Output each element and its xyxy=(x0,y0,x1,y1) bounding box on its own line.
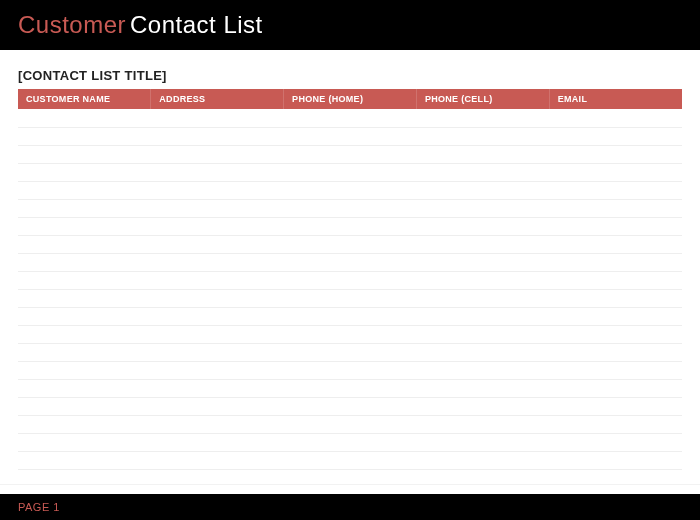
cell-address xyxy=(151,361,284,379)
title-accent: Customer xyxy=(18,11,126,38)
table-header-row: CUSTOMER NAME ADDRESS PHONE (HOME) PHONE… xyxy=(18,89,682,109)
cell-phone_home xyxy=(284,307,417,325)
cell-email xyxy=(549,145,682,163)
cell-phone_cell xyxy=(416,451,549,469)
cell-phone_home xyxy=(284,325,417,343)
table-row xyxy=(18,199,682,217)
cell-name xyxy=(18,253,151,271)
cell-address xyxy=(151,235,284,253)
cell-address xyxy=(151,307,284,325)
cell-phone_home xyxy=(284,397,417,415)
header-bar: CustomerContact List xyxy=(0,0,700,50)
cell-name xyxy=(18,397,151,415)
table-row xyxy=(18,127,682,145)
cell-name xyxy=(18,127,151,145)
cell-email xyxy=(549,217,682,235)
cell-address xyxy=(151,433,284,451)
cell-phone_home xyxy=(284,127,417,145)
cell-address xyxy=(151,379,284,397)
cell-email xyxy=(549,433,682,451)
table-row xyxy=(18,181,682,199)
cell-email xyxy=(549,361,682,379)
table-row xyxy=(18,451,682,469)
table-row xyxy=(18,145,682,163)
cell-name xyxy=(18,109,151,127)
cell-phone_home xyxy=(284,379,417,397)
col-customer-name: CUSTOMER NAME xyxy=(18,89,151,109)
page-title: CustomerContact List xyxy=(18,11,263,39)
cell-name xyxy=(18,163,151,181)
cell-email xyxy=(549,181,682,199)
cell-address xyxy=(151,109,284,127)
cell-address xyxy=(151,145,284,163)
page-number: PAGE 1 xyxy=(18,501,60,513)
cell-name xyxy=(18,235,151,253)
cell-phone_cell xyxy=(416,307,549,325)
cell-phone_cell xyxy=(416,415,549,433)
cell-phone_home xyxy=(284,433,417,451)
cell-address xyxy=(151,127,284,145)
cell-phone_home xyxy=(284,235,417,253)
cell-address xyxy=(151,415,284,433)
title-rest: Contact List xyxy=(130,11,263,38)
cell-email xyxy=(549,163,682,181)
cell-email xyxy=(549,343,682,361)
cell-email xyxy=(549,289,682,307)
cell-phone_cell xyxy=(416,379,549,397)
table-row xyxy=(18,271,682,289)
col-phone-cell: PHONE (CELL) xyxy=(416,89,549,109)
cell-address xyxy=(151,199,284,217)
cell-email xyxy=(549,415,682,433)
cell-phone_cell xyxy=(416,397,549,415)
cell-phone_home xyxy=(284,253,417,271)
table-row xyxy=(18,109,682,127)
cell-name xyxy=(18,271,151,289)
cell-phone_cell xyxy=(416,361,549,379)
cell-address xyxy=(151,271,284,289)
contact-table: CUSTOMER NAME ADDRESS PHONE (HOME) PHONE… xyxy=(18,89,682,470)
cell-phone_cell xyxy=(416,145,549,163)
cell-phone_cell xyxy=(416,343,549,361)
cell-address xyxy=(151,181,284,199)
cell-email xyxy=(549,253,682,271)
table-row xyxy=(18,415,682,433)
cell-phone_home xyxy=(284,199,417,217)
cell-name xyxy=(18,307,151,325)
cell-name xyxy=(18,361,151,379)
table-row xyxy=(18,379,682,397)
table-body xyxy=(18,109,682,469)
cell-phone_home xyxy=(284,415,417,433)
cell-phone_home xyxy=(284,343,417,361)
cell-phone_cell xyxy=(416,217,549,235)
cell-phone_cell xyxy=(416,127,549,145)
cell-phone_cell xyxy=(416,235,549,253)
cell-phone_home xyxy=(284,217,417,235)
cell-name xyxy=(18,145,151,163)
cell-name xyxy=(18,289,151,307)
cell-address xyxy=(151,289,284,307)
cell-phone_cell xyxy=(416,271,549,289)
cell-name xyxy=(18,433,151,451)
cell-phone_cell xyxy=(416,109,549,127)
cell-phone_cell xyxy=(416,199,549,217)
cell-phone_home xyxy=(284,451,417,469)
cell-phone_home xyxy=(284,163,417,181)
cell-email xyxy=(549,451,682,469)
table-row xyxy=(18,235,682,253)
cell-phone_home xyxy=(284,181,417,199)
cell-email xyxy=(549,199,682,217)
table-row xyxy=(18,307,682,325)
cell-email xyxy=(549,307,682,325)
cell-phone_cell xyxy=(416,253,549,271)
cell-address xyxy=(151,451,284,469)
cell-email xyxy=(549,271,682,289)
cell-name xyxy=(18,181,151,199)
list-title: [CONTACT LIST TITLE] xyxy=(18,68,682,83)
col-email: EMAIL xyxy=(549,89,682,109)
cell-phone_home xyxy=(284,271,417,289)
cell-phone_home xyxy=(284,145,417,163)
table-row xyxy=(18,343,682,361)
cell-phone_home xyxy=(284,361,417,379)
table-row xyxy=(18,361,682,379)
cell-name xyxy=(18,199,151,217)
